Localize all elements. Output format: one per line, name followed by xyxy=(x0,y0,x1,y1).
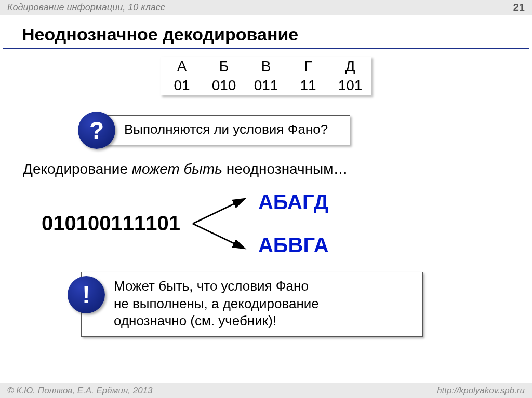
footer-bar: © К.Ю. Поляков, Е.А. Ерёмин, 2013 http:/… xyxy=(0,383,532,398)
decode-block: 010100111101 АБАГД АБВГА xyxy=(42,190,513,257)
svg-line-1 xyxy=(193,224,244,248)
note-line: не выполнены, а декодирование xyxy=(114,295,405,313)
question-badge-icon: ? xyxy=(78,112,115,149)
bitstring: 010100111101 xyxy=(42,212,180,235)
note-callout: ! Может быть, что условия Фано не выполн… xyxy=(81,272,423,337)
question-text: Выполняются ли условия Фано? xyxy=(91,115,350,145)
decode-result-2: АБВГА xyxy=(258,234,329,257)
letter-cell: А xyxy=(161,57,203,76)
footer-url: http://kpolyakov.spb.ru xyxy=(437,386,525,396)
note-box: Может быть, что условия Фано не выполнен… xyxy=(81,272,423,337)
svg-line-0 xyxy=(193,199,244,224)
statement-line: Декодирование может быть неоднозначным… xyxy=(23,161,513,177)
exclamation-badge-icon: ! xyxy=(68,276,105,313)
table-row: 01 010 011 11 101 xyxy=(161,76,371,95)
statement-post: неоднозначным… xyxy=(222,161,348,177)
question-callout: ? Выполняются ли условия Фано? xyxy=(91,115,350,145)
code-cell: 101 xyxy=(329,76,371,95)
copyright: © К.Ю. Поляков, Е.А. Ерёмин, 2013 xyxy=(7,386,153,396)
letter-cell: Г xyxy=(287,57,329,76)
slide-title: Неоднозначное декодирование xyxy=(3,15,529,49)
subject-label: Кодирование информации, 10 класс xyxy=(7,2,165,13)
note-line: Может быть, что условия Фано xyxy=(114,278,405,295)
letter-cell: В xyxy=(245,57,287,76)
table-row: А Б В Г Д xyxy=(161,57,371,76)
code-cell: 011 xyxy=(245,76,287,95)
letter-cell: Д xyxy=(329,57,371,76)
statement-italic: может быть xyxy=(132,161,222,177)
header-bar: Кодирование информации, 10 класс 21 xyxy=(0,0,532,15)
decode-results: АБАГД АБВГА xyxy=(258,190,329,257)
code-cell: 11 xyxy=(287,76,329,95)
note-line: однозначно (см. учебник)! xyxy=(114,312,405,330)
statement-pre: Декодирование xyxy=(23,161,132,177)
branch-arrows-icon xyxy=(190,190,252,257)
code-cell: 010 xyxy=(203,76,245,95)
letter-cell: Б xyxy=(203,57,245,76)
page-number: 21 xyxy=(513,2,525,13)
slide-content: А Б В Г Д 01 010 011 11 101 ? Выполняютс… xyxy=(0,57,532,345)
decode-result-1: АБАГД xyxy=(258,190,329,214)
code-table: А Б В Г Д 01 010 011 11 101 xyxy=(161,57,371,95)
code-cell: 01 xyxy=(161,76,203,95)
